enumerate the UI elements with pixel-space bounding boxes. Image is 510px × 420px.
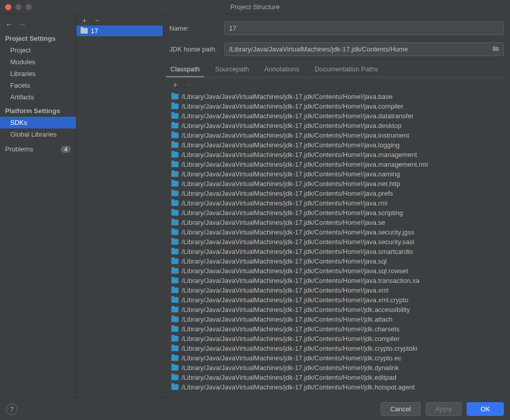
folder-icon xyxy=(171,220,178,225)
help-icon[interactable]: ? xyxy=(6,404,17,415)
classpath-path: /Library/Java/JavaVirtualMachines/jdk-17… xyxy=(182,248,413,255)
jdk-home-path-input[interactable] xyxy=(225,43,488,56)
classpath-row[interactable]: /Library/Java/JavaVirtualMachines/jdk-17… xyxy=(169,237,504,247)
tab-documentation-paths[interactable]: Documentation Paths xyxy=(314,62,379,77)
folder-icon xyxy=(171,152,178,158)
section-project-settings: Project Settings xyxy=(0,31,76,44)
nav-item-modules[interactable]: Modules xyxy=(0,56,76,68)
classpath-row[interactable]: /Library/Java/JavaVirtualMachines/jdk-17… xyxy=(169,160,504,169)
classpath-row[interactable]: /Library/Java/JavaVirtualMachines/jdk-17… xyxy=(169,285,504,295)
browse-folder-icon[interactable] xyxy=(488,45,503,53)
problems-count-badge: 4 xyxy=(61,146,71,153)
window-controls xyxy=(5,4,32,10)
classpath-row[interactable]: /Library/Java/JavaVirtualMachines/jdk-17… xyxy=(169,169,504,179)
classpath-path: /Library/Java/JavaVirtualMachines/jdk-17… xyxy=(182,286,389,294)
name-label: Name: xyxy=(169,24,218,32)
section-platform-settings: Platform Settings xyxy=(0,103,76,117)
classpath-row[interactable]: /Library/Java/JavaVirtualMachines/jdk-17… xyxy=(169,247,504,256)
close-icon[interactable] xyxy=(5,4,11,10)
maximize-icon[interactable] xyxy=(26,4,32,10)
classpath-path: /Library/Java/JavaVirtualMachines/jdk-17… xyxy=(182,228,414,236)
folder-icon xyxy=(171,355,178,361)
folder-icon xyxy=(171,229,178,235)
apply-button: Apply xyxy=(426,402,462,416)
classpath-row[interactable]: /Library/Java/JavaVirtualMachines/jdk-17… xyxy=(169,140,504,150)
folder-icon xyxy=(171,249,178,254)
dialog-footer: ? Cancel Apply OK xyxy=(0,398,510,420)
classpath-path: /Library/Java/JavaVirtualMachines/jdk-17… xyxy=(182,219,385,226)
classpath-row[interactable]: /Library/Java/JavaVirtualMachines/jdk-17… xyxy=(169,314,504,324)
nav-item-global-libraries[interactable]: Global Libraries xyxy=(0,128,76,140)
nav-item-problems[interactable]: Problems 4 xyxy=(0,140,76,155)
classpath-row[interactable]: /Library/Java/JavaVirtualMachines/jdk-17… xyxy=(169,373,504,382)
classpath-row[interactable]: /Library/Java/JavaVirtualMachines/jdk-17… xyxy=(169,179,504,189)
classpath-row[interactable]: /Library/Java/JavaVirtualMachines/jdk-17… xyxy=(169,363,504,373)
folder-icon xyxy=(171,103,178,109)
classpath-path: /Library/Java/JavaVirtualMachines/jdk-17… xyxy=(182,122,401,129)
classpath-row[interactable]: /Library/Java/JavaVirtualMachines/jdk-17… xyxy=(169,295,504,305)
classpath-row[interactable]: /Library/Java/JavaVirtualMachines/jdk-17… xyxy=(169,382,504,392)
classpath-row[interactable]: /Library/Java/JavaVirtualMachines/jdk-17… xyxy=(169,121,504,130)
classpath-row[interactable]: /Library/Java/JavaVirtualMachines/jdk-17… xyxy=(169,305,504,314)
classpath-path: /Library/Java/JavaVirtualMachines/jdk-17… xyxy=(182,93,393,100)
classpath-list[interactable]: /Library/Java/JavaVirtualMachines/jdk-17… xyxy=(169,92,504,395)
nav-item-facets[interactable]: Facets xyxy=(0,80,76,91)
classpath-path: /Library/Java/JavaVirtualMachines/jdk-17… xyxy=(182,161,428,168)
remove-sdk-icon[interactable]: － xyxy=(93,16,101,24)
classpath-row[interactable]: /Library/Java/JavaVirtualMachines/jdk-17… xyxy=(169,218,504,227)
classpath-row[interactable]: /Library/Java/JavaVirtualMachines/jdk-17… xyxy=(169,344,504,353)
nav-item-artifacts[interactable]: Artifacts xyxy=(0,91,76,103)
classpath-row[interactable]: /Library/Java/JavaVirtualMachines/jdk-17… xyxy=(169,334,504,344)
classpath-row[interactable]: /Library/Java/JavaVirtualMachines/jdk-17… xyxy=(169,266,504,276)
folder-icon xyxy=(171,268,178,274)
folder-icon xyxy=(171,346,178,351)
folder-icon xyxy=(171,375,178,380)
classpath-path: /Library/Java/JavaVirtualMachines/jdk-17… xyxy=(182,267,408,275)
classpath-path: /Library/Java/JavaVirtualMachines/jdk-17… xyxy=(182,238,414,246)
classpath-row[interactable]: /Library/Java/JavaVirtualMachines/jdk-17… xyxy=(169,101,504,111)
classpath-row[interactable]: /Library/Java/JavaVirtualMachines/jdk-17… xyxy=(169,189,504,198)
classpath-row[interactable]: /Library/Java/JavaVirtualMachines/jdk-17… xyxy=(169,353,504,363)
classpath-row[interactable]: /Library/Java/JavaVirtualMachines/jdk-17… xyxy=(169,92,504,101)
tab-sourcepath[interactable]: Sourcepath xyxy=(214,62,250,77)
sdk-list[interactable]: 17 xyxy=(76,25,163,398)
classpath-row[interactable]: /Library/Java/JavaVirtualMachines/jdk-17… xyxy=(169,227,504,237)
nav-item-project[interactable]: Project xyxy=(0,44,76,56)
add-sdk-icon[interactable]: ＋ xyxy=(81,16,88,24)
folder-icon xyxy=(171,258,178,264)
name-input[interactable] xyxy=(224,21,504,35)
folder-icon xyxy=(171,171,178,177)
classpath-path: /Library/Java/JavaVirtualMachines/jdk-17… xyxy=(182,102,403,110)
classpath-path: /Library/Java/JavaVirtualMachines/jdk-17… xyxy=(182,112,414,120)
ok-button[interactable]: OK xyxy=(467,402,504,416)
folder-icon xyxy=(171,123,178,128)
classpath-path: /Library/Java/JavaVirtualMachines/jdk-17… xyxy=(182,209,403,217)
classpath-row[interactable]: /Library/Java/JavaVirtualMachines/jdk-17… xyxy=(169,208,504,218)
classpath-row[interactable]: /Library/Java/JavaVirtualMachines/jdk-17… xyxy=(169,256,504,266)
classpath-row[interactable]: /Library/Java/JavaVirtualMachines/jdk-17… xyxy=(169,198,504,208)
folder-icon xyxy=(171,239,178,245)
cancel-button[interactable]: Cancel xyxy=(380,402,420,416)
classpath-row[interactable]: /Library/Java/JavaVirtualMachines/jdk-17… xyxy=(169,150,504,160)
nav-item-libraries[interactable]: Libraries xyxy=(0,68,76,80)
tab-classpath[interactable]: Classpath xyxy=(169,62,201,77)
classpath-row[interactable]: /Library/Java/JavaVirtualMachines/jdk-17… xyxy=(169,130,504,140)
nav-item-sdks[interactable]: SDKs xyxy=(0,117,76,128)
minimize-icon[interactable] xyxy=(15,4,21,10)
settings-nav-panel: ← → Project Settings ProjectModulesLibra… xyxy=(0,14,76,398)
classpath-row[interactable]: /Library/Java/JavaVirtualMachines/jdk-17… xyxy=(169,111,504,121)
remove-classpath-icon: － xyxy=(185,81,193,88)
sdk-item[interactable]: 17 xyxy=(76,25,163,36)
titlebar: Project Structure xyxy=(0,0,510,14)
classpath-row[interactable]: /Library/Java/JavaVirtualMachines/jdk-17… xyxy=(169,324,504,334)
classpath-row[interactable]: /Library/Java/JavaVirtualMachines/jdk-17… xyxy=(169,276,504,285)
classpath-path: /Library/Java/JavaVirtualMachines/jdk-17… xyxy=(182,180,400,188)
classpath-path: /Library/Java/JavaVirtualMachines/jdk-17… xyxy=(182,277,420,284)
add-classpath-icon[interactable]: ＋ xyxy=(171,81,179,88)
folder-icon xyxy=(171,94,178,99)
classpath-path: /Library/Java/JavaVirtualMachines/jdk-17… xyxy=(182,383,415,391)
classpath-path: /Library/Java/JavaVirtualMachines/jdk-17… xyxy=(182,151,417,159)
tab-annotations[interactable]: Annotations xyxy=(263,62,300,77)
nav-back-icon[interactable]: ← xyxy=(5,20,13,29)
folder-icon xyxy=(171,326,178,332)
